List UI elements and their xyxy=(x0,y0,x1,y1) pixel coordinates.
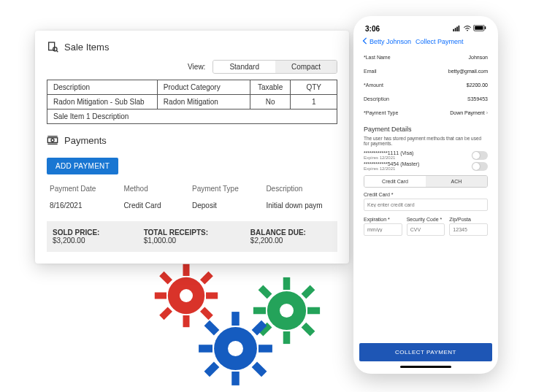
method-toggle[interactable] xyxy=(472,151,488,160)
email-label: Email xyxy=(364,69,377,74)
sale-items-table: Description Product Category Taxable QTY… xyxy=(47,80,337,124)
col-taxable: Taxable xyxy=(250,80,291,95)
home-indicator xyxy=(400,366,451,368)
svg-rect-5 xyxy=(159,272,172,285)
zip-label: Zip/Posta xyxy=(449,217,488,222)
svg-rect-40 xyxy=(459,26,460,31)
svg-rect-44 xyxy=(485,26,486,29)
svg-rect-22 xyxy=(231,372,240,385)
payments-header-row: Payment Date Method Payment Type Descrip… xyxy=(47,180,337,197)
cc-input[interactable] xyxy=(364,199,488,211)
svg-rect-24 xyxy=(259,345,272,353)
screen-title: Collect Payment xyxy=(416,38,464,45)
svg-rect-26 xyxy=(252,320,267,336)
payment-details-help: The user has stored payment methods that… xyxy=(364,136,488,146)
svg-rect-30 xyxy=(49,42,55,50)
gear-icon xyxy=(197,310,274,387)
payment-details-title: Payment Details xyxy=(364,126,488,133)
card-expires: Expires 12/2021 xyxy=(364,166,419,171)
sold-price-label: SOLD PRICE: xyxy=(53,228,99,237)
method-toggle[interactable] xyxy=(472,162,488,171)
svg-point-29 xyxy=(228,341,243,356)
svg-rect-7 xyxy=(159,307,172,320)
cc-label: Credit Card * xyxy=(364,192,488,197)
svg-rect-15 xyxy=(259,285,272,299)
last-name-label: *Last Name xyxy=(364,55,391,60)
col-payment-type: Payment Type xyxy=(192,185,266,193)
svg-rect-25 xyxy=(204,320,220,336)
table-row[interactable]: Radon Mitigation - Sub Slab Radon Mitiga… xyxy=(47,95,337,109)
cell-pay-method: Credit Card xyxy=(123,201,192,210)
payment-type-row[interactable]: *Payment Type Down Payment› xyxy=(364,106,488,120)
total-receipts-value: $1,000.00 xyxy=(144,237,177,245)
balance-due-label: BALANCE DUE: xyxy=(250,228,306,237)
cell-pay-desc: Initial down paym xyxy=(266,201,334,210)
col-method: Method xyxy=(123,185,192,193)
zip-input[interactable] xyxy=(449,223,488,236)
payment-type-label: *Payment Type xyxy=(364,110,398,115)
cell-category: Radon Mitigation xyxy=(157,95,250,109)
balance-due-value: $2,200.00 xyxy=(250,237,283,245)
tab-ach[interactable]: ACH xyxy=(426,176,487,187)
svg-point-9 xyxy=(180,289,193,302)
svg-point-34 xyxy=(51,139,54,142)
back-label: Betty Johnson xyxy=(370,38,411,45)
collect-payment-button[interactable]: COLLECT PAYMENT xyxy=(359,343,492,361)
amount-label: *Amount xyxy=(364,82,383,88)
last-name-value[interactable]: Johnson xyxy=(469,55,488,60)
cell-pay-type: Deposit xyxy=(192,201,266,210)
svg-rect-3 xyxy=(155,293,166,299)
view-compact-option[interactable]: Compact xyxy=(275,61,337,73)
card-mask: ************5454 (Master) xyxy=(364,161,419,166)
svg-rect-38 xyxy=(455,28,456,31)
svg-rect-16 xyxy=(302,285,315,299)
stored-method-row[interactable]: ************5454 (Master) Expires 12/202… xyxy=(364,161,488,171)
sale-items-title: Sale Items xyxy=(64,42,109,53)
status-bar: 3:06 xyxy=(359,23,492,37)
table-row[interactable]: Sale Item 1 Description xyxy=(47,109,337,124)
description-value[interactable]: S359453 xyxy=(467,96,488,101)
svg-rect-27 xyxy=(204,361,220,377)
svg-rect-23 xyxy=(199,345,213,353)
tab-credit-card[interactable]: Credit Card xyxy=(364,176,426,187)
svg-rect-14 xyxy=(307,307,320,315)
svg-rect-39 xyxy=(456,27,458,31)
view-toggle: Standard Compact xyxy=(213,60,337,74)
cell-taxable: No xyxy=(250,95,291,109)
svg-rect-11 xyxy=(283,277,291,290)
expiration-input[interactable] xyxy=(364,223,402,236)
svg-rect-21 xyxy=(231,312,240,326)
cvv-label: Security Code * xyxy=(407,217,445,222)
payment-method-tabs: Credit Card ACH xyxy=(364,175,488,188)
view-standard-option[interactable]: Standard xyxy=(213,61,275,73)
col-pay-description: Description xyxy=(266,185,334,193)
payments-heading: Payments xyxy=(47,134,337,146)
email-value[interactable]: betty@gmail.com xyxy=(448,69,488,74)
add-payment-button[interactable]: ADD PAYMENT xyxy=(47,158,118,174)
svg-rect-28 xyxy=(252,361,267,377)
payments-title: Payments xyxy=(64,135,107,146)
cell-pay-date: 8/16/2021 xyxy=(50,201,123,210)
wifi-icon xyxy=(463,25,472,33)
signal-icon xyxy=(453,25,462,33)
sale-items-heading: Sale Items xyxy=(47,41,337,53)
card-expires: Expires 12/2021 xyxy=(364,155,413,160)
desktop-panel: Sale Items View: Standard Compact Descri… xyxy=(35,31,349,264)
svg-rect-2 xyxy=(183,315,190,327)
payment-row[interactable]: 8/16/2021 Credit Card Deposit Initial do… xyxy=(47,197,337,214)
total-receipts-label: TOTAL RECEIPTS: xyxy=(144,228,208,237)
svg-rect-4 xyxy=(206,293,218,299)
stored-method-row[interactable]: ************1111 (Visa) Expires 12/2021 xyxy=(364,150,488,160)
table-header-row: Description Product Category Taxable QTY xyxy=(47,80,337,95)
cvv-input[interactable] xyxy=(407,223,445,236)
cell-item-description: Sale Item 1 Description xyxy=(47,109,337,124)
back-button[interactable]: Betty Johnson xyxy=(362,37,411,46)
sale-items-icon xyxy=(47,41,58,53)
svg-point-19 xyxy=(280,304,294,318)
svg-rect-43 xyxy=(475,26,483,30)
col-payment-date: Payment Date xyxy=(50,185,123,193)
description-label: Description xyxy=(364,96,389,101)
amount-value[interactable]: $2200.00 xyxy=(467,82,488,88)
status-time: 3:06 xyxy=(365,25,380,33)
svg-rect-6 xyxy=(200,272,213,285)
